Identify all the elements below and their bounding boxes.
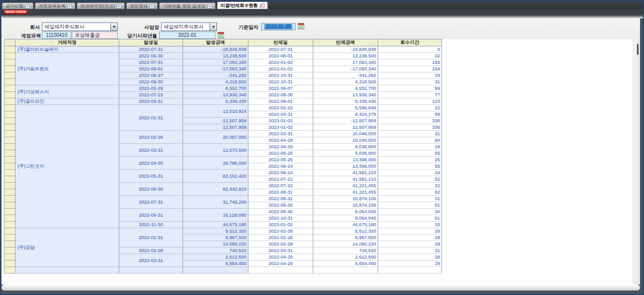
settlement-date-cell[interactable]: 2022-07-22 [248,176,313,183]
settlement-amount-cell[interactable]: 740,520 [313,248,378,254]
occurrence-amount-cell[interactable]: 12,073,600 [183,144,248,157]
row-selector[interactable] [4,53,15,59]
settlement-amount-cell[interactable]: -341,282 [313,72,378,79]
row-selector[interactable] [4,248,15,254]
collection-days-cell[interactable]: 55 [378,150,442,157]
occurrence-amount-cell[interactable] [183,267,248,274]
settlement-date-cell[interactable]: 2022-02-28 [248,241,313,248]
row-selector[interactable] [4,131,15,137]
company-select[interactable]: 제일제지주식회사 [42,22,118,31]
settlement-date-cell[interactable]: 2022-09-30 [248,202,313,209]
settlement-date-cell[interactable]: 2022-06-24 [248,170,313,176]
row-selector[interactable] [4,196,15,202]
row-selector[interactable] [4,46,15,53]
occurrence-date-cell[interactable]: 2022-02-28 [119,248,183,254]
tab-receivable-ledger[interactable]: 채권채무장(전표) ✕ [77,2,125,9]
settlement-date-cell[interactable]: 2022-10-31 [248,215,313,222]
settlement-date-cell[interactable]: 2022-02-28 [248,235,313,241]
settlement-date-cell[interactable]: 2022-03-31 [248,248,313,254]
tab-close-icon[interactable]: ✕ [260,3,264,8]
row-selector[interactable] [4,118,15,124]
header-settlement-date[interactable]: 반제일 [248,39,313,46]
row-selector[interactable] [4,261,15,267]
collection-days-cell[interactable]: 336 [378,118,442,124]
settlement-date-cell[interactable] [248,267,313,274]
row-selector[interactable] [4,79,15,85]
occurrence-date-cell[interactable]: 2022-02-28 [119,85,183,92]
occurrence-amount-cell[interactable]: 12,010,924 [183,105,248,118]
row-selector[interactable] [4,202,15,209]
settlement-amount-cell[interactable]: 13,936,340 [313,92,378,98]
collection-days-cell[interactable]: 0 [378,46,442,53]
collection-days-cell[interactable]: 33 [378,222,442,228]
header-settlement-amount[interactable]: 반제금액 [313,39,378,46]
occurrence-amount-cell[interactable]: -18,846,939 [183,46,248,53]
occurrence-date-cell[interactable]: 2022-09-27 [119,72,183,79]
settlement-amount-cell[interactable]: 6,654,450 [313,261,378,267]
collection-days-cell[interactable]: 62 [378,189,442,196]
occurrence-date-cell[interactable]: 2022-03-31 [119,98,183,105]
settlement-amount-cell[interactable]: 6,552,700 [313,85,378,92]
settlement-date-cell[interactable]: 2022-07-31 [248,46,313,53]
settlement-date-cell[interactable]: 2022-08-01 [248,53,313,59]
account-name-input[interactable]: 외상매출금 [72,31,118,39]
settlement-date-cell[interactable]: 2023-01-02 [248,222,313,228]
base-date-input[interactable]: 2023-01-05 [261,23,296,30]
occurrence-amount-cell[interactable]: 83,162,420 [183,170,248,183]
settlement-date-cell[interactable]: 2022-06-24 [248,163,313,170]
settlement-amount-cell[interactable]: 5,586,649 [313,105,378,111]
settlement-date-cell[interactable]: 2022-03-31 [248,131,313,137]
occurrence-date-cell[interactable]: 2022-07-31 [119,59,183,66]
row-selector[interactable] [4,235,15,241]
occurrence-date-cell[interactable]: 2022-06-30 [119,183,183,196]
settlement-amount-cell[interactable]: 41,221,455 [313,189,378,196]
header-occurrence-amount[interactable]: 발생금액 [183,39,248,46]
collection-days-cell[interactable]: 25 [378,157,442,163]
occurrence-amount-cell[interactable]: 6,654,450 [183,261,248,267]
occurrence-date-cell[interactable]: 2022-08-01 [119,66,183,72]
account-code-input[interactable]: 11100410 [42,31,71,39]
occurrence-date-cell[interactable]: 2022-03-31 [119,254,183,267]
settlement-amount-cell[interactable]: 10,048,500 [313,131,378,137]
occurrence-amount-cell[interactable]: 4,218,500 [183,79,248,85]
tab-customer-summary[interactable]: 거래처별 계정 집계표 ✕ [159,2,215,9]
occurrence-date-cell[interactable]: 2022-07-31 [119,196,183,209]
collection-days-cell[interactable]: 154 [378,66,442,72]
settlement-date-cell[interactable]: 2022-02-22 [248,105,313,111]
customer-name-cell[interactable]: (주)거림트렌드 [15,53,119,85]
occurrence-date-cell[interactable]: 2022-03-31 [119,144,183,157]
row-selector[interactable] [4,183,15,189]
collection-days-cell[interactable]: 34 [378,72,442,79]
row-selector[interactable] [4,85,15,92]
row-selector[interactable] [4,267,15,274]
customer-name-cell[interactable]: (주)그린조이 [15,105,119,228]
occurrence-date-cell[interactable]: 2022-01-31 [119,105,183,131]
tab-open-settlement-status[interactable]: 미결/반제회수현황 ✕ [217,1,268,9]
occurrence-amount-cell[interactable]: -341,282 [183,72,248,79]
collection-days-cell[interactable]: 28 [378,235,442,241]
row-selector[interactable] [4,105,15,111]
customer-name-cell[interactable]: (주)갤러리드솔레이 [15,46,119,53]
row-selector[interactable] [4,176,15,183]
settlement-amount-cell[interactable]: 13,238,500 [313,53,378,59]
collection-days-cell[interactable]: 60 [378,137,442,144]
settlement-amount-cell[interactable]: 5,336,430 [313,98,378,105]
settlement-date-cell[interactable]: 2022-08-31 [248,189,313,196]
settlement-date-cell[interactable]: 2023-01-02 [248,66,313,72]
settlement-amount-cell[interactable]: 8,064,045 [313,215,378,222]
collection-days-cell[interactable]: 28 [378,241,442,248]
occurrence-date-cell[interactable]: 2022-08-31 [119,209,183,222]
row-selector[interactable] [4,241,15,248]
occurrence-amount-cell[interactable]: -17,093,340 [183,66,248,72]
calendar-icon[interactable] [298,23,304,29]
header-customer[interactable]: 거래처명 [15,39,119,46]
settlement-date-cell[interactable]: 2022-03-31 [248,111,313,118]
occurrence-amount-cell[interactable]: 13,936,340 [183,92,248,98]
collection-days-cell[interactable]: 61 [378,215,442,222]
settlement-date-cell[interactable]: 2023-01-02 [248,59,313,66]
settlement-date-cell[interactable]: 2022-09-30 [248,92,313,98]
occurrence-date-cell[interactable]: 2022-05-31 [119,170,183,183]
settlement-amount-cell[interactable]: 15,874,100 [313,202,378,209]
settlement-amount-cell[interactable] [313,267,378,274]
settlement-amount-cell[interactable]: 8,064,045 [313,209,378,215]
